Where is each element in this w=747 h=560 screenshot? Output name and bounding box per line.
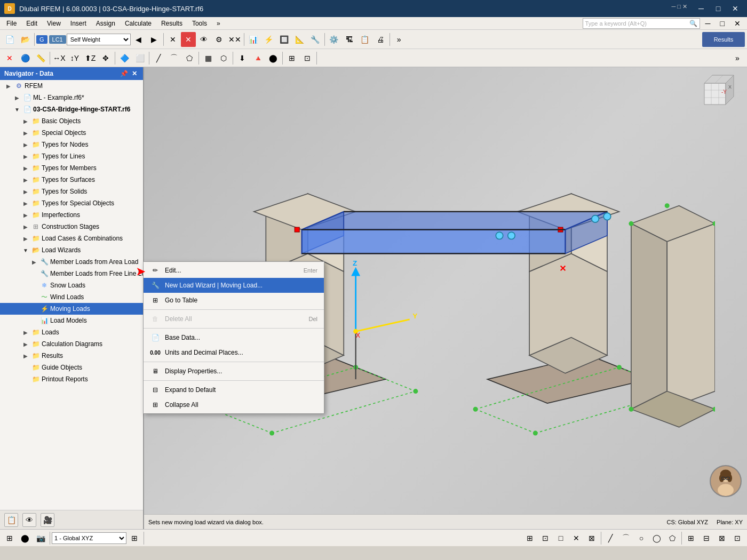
toggle-construction[interactable]: ▶ xyxy=(21,222,30,231)
menu-edit[interactable]: Edit xyxy=(22,19,42,28)
grid-btn[interactable]: ⊡ xyxy=(300,51,315,66)
bottom-cam-btn[interactable]: 📷 xyxy=(33,531,48,546)
vp-cross-btn[interactable]: ✕ xyxy=(569,531,584,546)
nav-pin-btn[interactable]: 📌 xyxy=(120,69,128,78)
minimize-btn[interactable]: ─ xyxy=(694,3,709,14)
tree-load-cases[interactable]: ▶ 📁 Load Cases & Combinations xyxy=(0,233,143,244)
support-btn[interactable]: 🔺 xyxy=(250,51,265,66)
vp-rect-btn[interactable]: □ xyxy=(553,531,568,546)
toggle-surfaces[interactable]: ▶ xyxy=(21,175,30,184)
tool-7[interactable]: ⚡ xyxy=(261,32,276,47)
tree-types-members[interactable]: ▶ 📁 Types for Members xyxy=(0,162,143,174)
view-top[interactable]: ⬜ xyxy=(132,51,147,66)
toggle-loads[interactable]: ▶ xyxy=(21,328,30,337)
ctx-new-wizard[interactable]: 🔧 New Load Wizard | Moving Load... xyxy=(144,278,324,293)
tree-wind-loads[interactable]: ▶ 〜 Wind Loads xyxy=(0,291,143,303)
vp-merge-btn[interactable]: ⊠ xyxy=(714,531,729,546)
tree-construction[interactable]: ▶ ⊞ Construction Stages xyxy=(0,221,143,233)
tree-printout[interactable]: ▶ 📁 Printout Reports xyxy=(0,373,143,385)
toggle-solids[interactable]: ▶ xyxy=(21,187,30,196)
load-btn[interactable]: ⬇ xyxy=(235,51,250,66)
toggle-results[interactable]: ▶ xyxy=(21,351,30,360)
prev-lc[interactable]: ◀ xyxy=(131,32,146,47)
tool-11[interactable]: ⚙️ xyxy=(327,32,341,47)
arrow-z[interactable]: ⬆Z xyxy=(83,51,98,66)
menu-file[interactable]: File xyxy=(2,19,21,28)
nav-close-btn[interactable]: ✕ xyxy=(130,69,139,78)
tree-results[interactable]: ▶ 📁 Results xyxy=(0,350,143,362)
tree-area-load[interactable]: ▶ 🔧 Member Loads from Area Load xyxy=(0,256,143,268)
toggle-special[interactable]: ▶ xyxy=(21,129,30,137)
draw-poly[interactable]: ⬠ xyxy=(182,51,197,66)
arrow-x[interactable]: ↔X xyxy=(52,51,67,66)
tree-snow-loads[interactable]: ▶ ❄ Snow Loads xyxy=(0,279,143,291)
menu-view[interactable]: View xyxy=(43,19,65,28)
vp-split-btn[interactable]: ⊟ xyxy=(699,531,714,546)
tool-6[interactable]: 📊 xyxy=(246,32,261,47)
ctx-collapse-all[interactable]: ⊞ Collapse All xyxy=(144,397,324,412)
tree-types-nodes[interactable]: ▶ 📁 Types for Nodes xyxy=(0,139,143,150)
vp-line-btn[interactable]: ╱ xyxy=(603,531,618,546)
maximize-btn[interactable]: □ xyxy=(711,3,726,14)
vp-arc-btn[interactable]: ⌒ xyxy=(618,531,633,546)
toggle-rfem[interactable]: ▶ xyxy=(4,82,13,90)
tree-types-solids[interactable]: ▶ 📁 Types for Solids xyxy=(0,186,143,197)
menu-more[interactable]: » xyxy=(212,19,225,28)
tool-4[interactable]: ⚙ xyxy=(212,32,227,47)
results-btn[interactable]: Results xyxy=(702,32,745,47)
draw-line[interactable]: ╱ xyxy=(151,51,166,66)
vp-snap-btn[interactable]: ⊡ xyxy=(538,531,553,546)
snap-btn[interactable]: ⊞ xyxy=(284,51,299,66)
bottom-snap-btn[interactable]: ⊞ xyxy=(2,531,17,546)
menu-calculate[interactable]: Calculate xyxy=(121,19,156,28)
more-btn[interactable]: » xyxy=(730,51,745,66)
tree-loads[interactable]: ▶ 📁 Loads xyxy=(0,326,143,338)
sub-window-maximize[interactable]: □ xyxy=(716,18,729,29)
tool-10[interactable]: 🔧 xyxy=(308,32,323,47)
toggle-nodes[interactable]: ▶ xyxy=(21,140,30,149)
menu-assign[interactable]: Assign xyxy=(92,19,120,28)
ctx-base-data[interactable]: 📄 Base Data... xyxy=(144,330,324,345)
node-btn[interactable]: 🔵 xyxy=(18,51,33,66)
tool-5[interactable]: ✕✕ xyxy=(227,32,242,47)
vp-grid-btn[interactable]: ⊞ xyxy=(522,531,537,546)
ctx-edit[interactable]: ✏ Edit... Enter xyxy=(144,263,324,278)
vp-circle-btn[interactable]: ○ xyxy=(634,531,649,546)
tree-active-file[interactable]: ▼ 📄 03-CSA-Bridge-Hinge-START.rf6 xyxy=(0,103,143,115)
toggle-calc[interactable]: ▶ xyxy=(21,340,30,348)
tool-8[interactable]: 🔲 xyxy=(277,32,292,47)
vp-poly-btn[interactable]: ⬠ xyxy=(665,531,680,546)
toggle-basic[interactable]: ▶ xyxy=(21,117,30,125)
menu-tools[interactable]: Tools xyxy=(188,19,211,28)
tool-9[interactable]: 📐 xyxy=(292,32,307,47)
surface-btn[interactable]: ▦ xyxy=(201,51,216,66)
nav-data-btn[interactable]: 📋 xyxy=(4,513,18,527)
coord-system-select[interactable]: 1 - Global XYZ xyxy=(52,532,126,544)
ctx-units[interactable]: 0.00 Units and Decimal Places... xyxy=(144,345,324,360)
new-btn[interactable]: 📄 xyxy=(2,32,17,47)
toggle-active[interactable]: ▼ xyxy=(13,105,21,114)
nav-view-btn[interactable]: 🎥 xyxy=(41,513,54,527)
tree-types-lines[interactable]: ▶ 📁 Types for Lines xyxy=(0,150,143,162)
next-lc[interactable]: ▶ xyxy=(147,32,162,47)
tool-2[interactable]: ✕ xyxy=(181,32,196,47)
menu-results[interactable]: Results xyxy=(157,19,187,28)
menu-insert[interactable]: Insert xyxy=(66,19,91,28)
hinge-btn[interactable]: ⬤ xyxy=(266,51,281,66)
line-btn[interactable]: 📏 xyxy=(33,51,48,66)
view-3d[interactable]: 🔷 xyxy=(117,51,132,66)
tree-free-line-load[interactable]: ▶ 🔧 Member Loads from Free Line Load xyxy=(0,268,143,279)
tool-15[interactable]: » xyxy=(392,32,407,47)
ctx-display-props[interactable]: 🖥 Display Properties... xyxy=(144,364,324,379)
tool-14[interactable]: 🖨 xyxy=(373,32,388,47)
toggle-area[interactable]: ▶ xyxy=(30,258,38,266)
ctx-go-table[interactable]: ⊞ Go to Table xyxy=(144,293,324,308)
vp-ellipse-btn[interactable]: ◯ xyxy=(649,531,664,546)
tree-load-wizards[interactable]: ▼ 📂 Load Wizards xyxy=(0,244,143,256)
toggle-lines[interactable]: ▶ xyxy=(21,152,30,161)
tool-1[interactable]: ✕ xyxy=(165,32,180,47)
bottom-node-btn[interactable]: ⬤ xyxy=(18,531,33,546)
search-input[interactable]: Type a keyword (Alt+Q) 🔍 xyxy=(583,18,700,29)
tree-rfem[interactable]: ▶ ⚙ RFEM xyxy=(0,80,143,92)
tool-12[interactable]: 🏗 xyxy=(342,32,357,47)
